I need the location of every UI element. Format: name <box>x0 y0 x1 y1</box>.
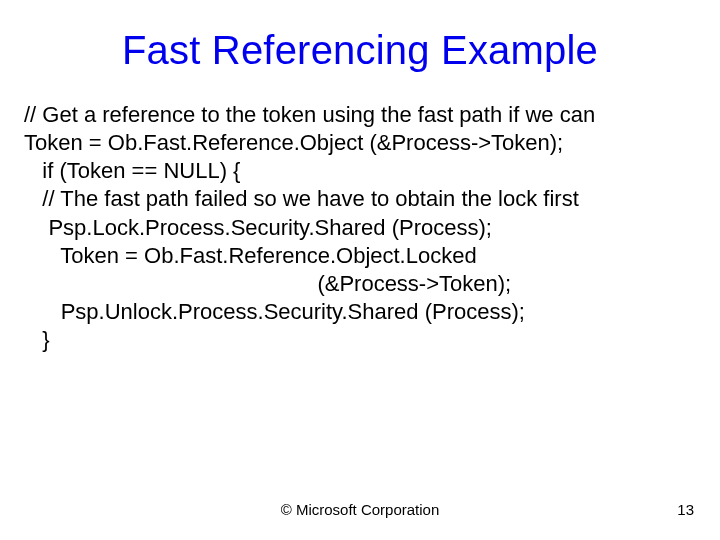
slide: Fast Referencing Example // Get a refere… <box>0 0 720 540</box>
code-line: Token = Ob.Fast.Reference.Object (&Proce… <box>24 129 696 157</box>
slide-title: Fast Referencing Example <box>0 0 720 83</box>
code-line: } <box>24 326 696 354</box>
code-line: (&Process->Token); <box>24 270 696 298</box>
code-line: // The fast path failed so we have to ob… <box>24 185 696 213</box>
code-line: // Get a reference to the token using th… <box>24 101 696 129</box>
code-line: Token = Ob.Fast.Reference.Object.Locked <box>24 242 696 270</box>
footer: © Microsoft Corporation 13 <box>0 501 720 518</box>
page-number: 13 <box>677 501 694 518</box>
code-block: // Get a reference to the token using th… <box>0 83 720 354</box>
code-line: if (Token == NULL) { <box>24 157 696 185</box>
copyright-text: © Microsoft Corporation <box>0 501 720 518</box>
code-line: Psp.Lock.Process.Security.Shared (Proces… <box>24 214 696 242</box>
code-line: Psp.Unlock.Process.Security.Shared (Proc… <box>24 298 696 326</box>
